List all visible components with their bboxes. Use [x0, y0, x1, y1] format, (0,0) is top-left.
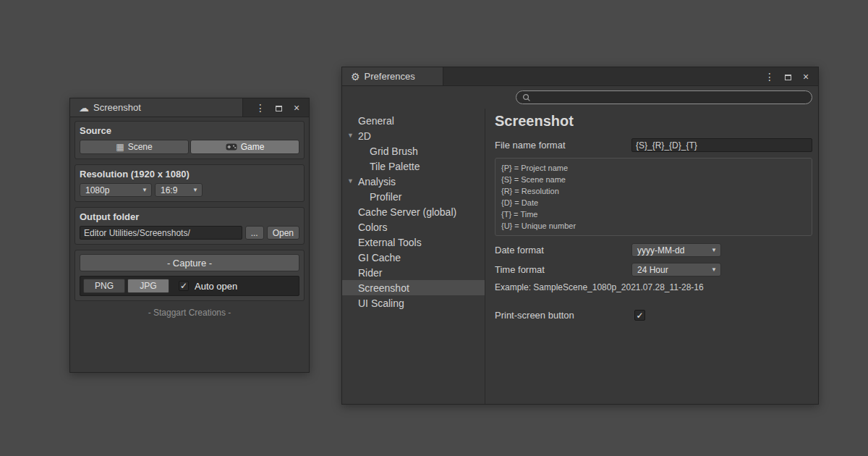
maximize-icon[interactable]: [783, 72, 793, 82]
preferences-sidebar: General ▼ 2D Grid Brush Tile Palette ▼ A…: [342, 109, 485, 404]
token-help-box: {P} = Project name {S} = Scene name {R} …: [495, 158, 812, 236]
preferences-toolbar: [342, 86, 818, 109]
titlebar-controls: ⋮ ×: [255, 98, 309, 117]
screenshot-window-title: Screenshot: [93, 102, 141, 113]
preferences-content: Screenshot File name format {P} = Projec…: [485, 109, 818, 404]
maximize-icon[interactable]: [273, 103, 284, 113]
output-folder-section: Output folder ... Open: [75, 207, 305, 245]
example-text: Example: SampleScene_1080p_2021.07.28_11…: [495, 282, 812, 292]
png-button[interactable]: PNG: [83, 279, 125, 293]
date-format-label: Date format: [495, 245, 631, 256]
sidebar-item-label: Screenshot: [358, 282, 409, 294]
sidebar-item-label: General: [358, 115, 394, 127]
sidebar-item-external-tools[interactable]: External Tools: [342, 235, 485, 250]
sidebar-item-label: Analysis: [358, 176, 396, 187]
screenshot-window-titlebar[interactable]: ☁ Screenshot ⋮ ×: [70, 98, 309, 117]
sidebar-item-gi-cache[interactable]: GI Cache: [342, 250, 485, 265]
sidebar-item-label: Tile Palette: [370, 161, 420, 172]
sidebar-item-rider[interactable]: Rider: [342, 265, 485, 280]
search-field[interactable]: [516, 90, 812, 104]
foldout-open-icon[interactable]: ▼: [347, 132, 354, 139]
aspect-ratio-dropdown[interactable]: 16:9 ▼: [155, 183, 203, 197]
screenshot-window: ☁ Screenshot ⋮ × Source ▦ Scene: [69, 98, 310, 373]
desktop-background: ☁ Screenshot ⋮ × Source ▦ Scene: [0, 0, 868, 456]
grid-icon: ▦: [116, 143, 124, 151]
gamepad-icon: [226, 143, 237, 151]
print-screen-label: Print-screen button: [495, 310, 631, 321]
menu-icon[interactable]: ⋮: [255, 103, 265, 113]
sidebar-item-general[interactable]: General: [342, 113, 485, 128]
check-icon: ✓: [180, 282, 187, 290]
chevron-down-icon: ▼: [711, 248, 717, 253]
cloud-icon: ☁: [79, 103, 89, 113]
file-name-format-label: File name format: [495, 140, 631, 151]
resolution-label: Resolution (1920 x 1080): [80, 169, 299, 180]
sidebar-item-grid-brush[interactable]: Grid Brush: [342, 143, 485, 159]
aspect-ratio-value: 16:9: [161, 185, 177, 195]
jpg-button[interactable]: JPG: [127, 279, 169, 293]
time-format-dropdown[interactable]: 24 Hour ▼: [631, 263, 721, 276]
output-folder-label: Output folder: [80, 211, 299, 222]
auto-open-checkbox[interactable]: ✓: [179, 281, 189, 291]
token-help-line: {P} = Project name: [501, 162, 806, 174]
game-button[interactable]: Game: [190, 140, 299, 154]
token-help-line: {T} = Time: [501, 208, 806, 220]
format-row: PNG JPG ✓ Auto open: [80, 276, 299, 296]
chevron-down-icon: ▼: [192, 187, 198, 193]
resolution-preset-value: 1080p: [85, 185, 109, 195]
open-button[interactable]: Open: [267, 226, 299, 240]
preferences-window-title: Preferences: [365, 71, 415, 82]
foldout-open-icon[interactable]: ▼: [347, 178, 354, 185]
sidebar-item-profiler[interactable]: Profiler: [342, 189, 485, 204]
resolution-preset-dropdown[interactable]: 1080p ▼: [80, 183, 152, 197]
game-button-label: Game: [241, 142, 265, 152]
sidebar-item-label: GI Cache: [358, 252, 401, 263]
sidebar-item-label: External Tools: [358, 237, 422, 248]
maximize-glyph: [785, 75, 791, 80]
browse-button[interactable]: ...: [245, 226, 264, 240]
scene-button-label: Scene: [128, 142, 153, 152]
chevron-down-icon: ▼: [711, 267, 717, 273]
sidebar-item-label: UI Scaling: [358, 297, 404, 309]
screenshot-window-body: Source ▦ Scene Game: [70, 117, 309, 321]
source-label: Source: [80, 125, 299, 136]
close-icon[interactable]: ×: [292, 103, 302, 113]
source-section: Source ▦ Scene Game: [75, 121, 305, 159]
gear-icon: ⚙: [351, 72, 360, 82]
maximize-glyph: [276, 106, 282, 111]
print-screen-checkbox[interactable]: ✓: [634, 310, 645, 321]
sidebar-item-screenshot[interactable]: Screenshot: [342, 280, 485, 295]
sidebar-item-label: Colors: [358, 221, 387, 233]
sidebar-item-label: Rider: [358, 267, 382, 279]
search-input[interactable]: [535, 93, 806, 103]
scene-button[interactable]: ▦ Scene: [80, 140, 189, 154]
sidebar-item-cache-server[interactable]: Cache Server (global): [342, 204, 485, 219]
capture-button[interactable]: - Capture -: [80, 254, 299, 271]
search-icon: [522, 93, 531, 102]
sidebar-item-label: 2D: [358, 130, 371, 142]
token-help-line: {D} = Date: [501, 197, 806, 208]
sidebar-item-tile-palette[interactable]: Tile Palette: [342, 159, 485, 174]
token-help-line: {U} = Unique number: [501, 220, 806, 232]
sidebar-item-analysis[interactable]: ▼ Analysis: [342, 174, 485, 189]
preferences-window: ⚙ Preferences ⋮ × General: [341, 67, 819, 405]
capture-section: - Capture - PNG JPG ✓ Auto open: [75, 250, 305, 301]
sidebar-item-label: Profiler: [370, 191, 401, 203]
file-name-format-input[interactable]: [631, 138, 812, 152]
preferences-window-titlebar[interactable]: ⚙ Preferences ⋮ ×: [342, 67, 818, 86]
screenshot-window-tab[interactable]: ☁ Screenshot: [70, 98, 243, 117]
titlebar-controls: ⋮ ×: [765, 67, 818, 85]
close-icon[interactable]: ×: [801, 72, 811, 82]
page-title: Screenshot: [495, 113, 812, 130]
sidebar-item-2d[interactable]: ▼ 2D: [342, 128, 485, 143]
sidebar-item-colors[interactable]: Colors: [342, 219, 485, 235]
output-path-input[interactable]: [80, 226, 242, 240]
token-help-line: {S} = Scene name: [501, 174, 806, 185]
sidebar-item-ui-scaling[interactable]: UI Scaling: [342, 295, 485, 311]
preferences-window-tab[interactable]: ⚙ Preferences: [342, 67, 443, 85]
date-format-dropdown[interactable]: yyyy-MM-dd ▼: [631, 243, 721, 257]
menu-icon[interactable]: ⋮: [765, 72, 775, 82]
credits-text: - Staggart Creations -: [75, 308, 305, 318]
token-help-line: {R} = Resolution: [501, 185, 806, 197]
time-format-value: 24 Hour: [637, 265, 668, 275]
